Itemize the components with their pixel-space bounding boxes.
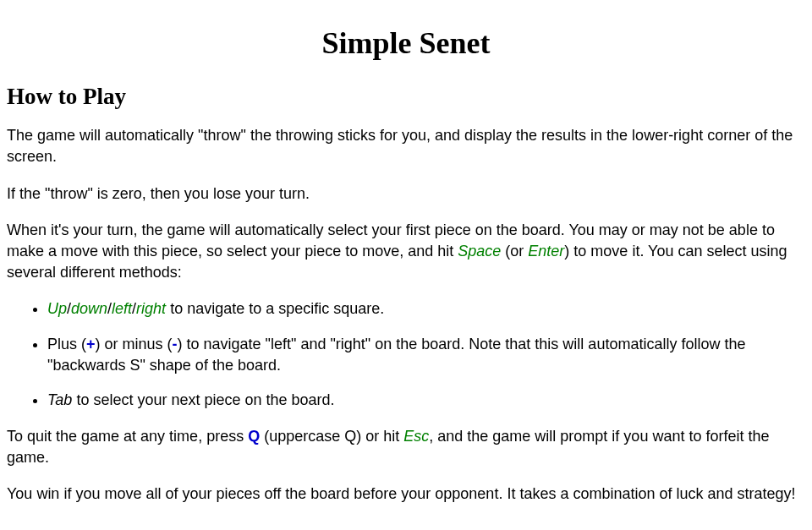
- text-run: (or: [501, 243, 528, 260]
- key-space: Space: [458, 243, 501, 260]
- key-right: right: [136, 300, 166, 317]
- paragraph-win: You win if you move all of your pieces o…: [7, 484, 805, 505]
- paragraph-quit: To quit the game at any time, press Q (u…: [7, 426, 805, 468]
- text-run: (uppercase Q) or hit: [260, 428, 403, 445]
- paragraph-throw-auto: The game will automatically "throw" the …: [7, 125, 805, 167]
- text-run: Plus (: [47, 336, 86, 352]
- page-title: Simple Senet: [7, 22, 805, 64]
- text-run: ) or minus (: [96, 336, 173, 352]
- controls-list: Up/down/left/right to navigate to a spec…: [7, 298, 805, 411]
- key-left: left: [112, 300, 132, 317]
- list-item-tab: Tab to select your next piece on the boa…: [47, 390, 805, 411]
- text-run: to navigate to a specific square.: [166, 300, 384, 317]
- list-item-plusminus: Plus (+) or minus (-) to navigate "left"…: [47, 334, 805, 376]
- list-item-arrows: Up/down/left/right to navigate to a spec…: [47, 298, 805, 320]
- key-esc: Esc: [403, 428, 429, 445]
- paragraph-select-move: When it's your turn, the game will autom…: [7, 220, 805, 284]
- how-to-play-heading: How to Play: [7, 81, 805, 113]
- key-plus: +: [86, 336, 96, 352]
- key-up: Up: [47, 300, 67, 317]
- key-down: down: [71, 300, 107, 317]
- text-run: to select your next piece on the board.: [72, 391, 334, 408]
- key-enter: Enter: [528, 243, 564, 260]
- text-run: To quit the game at any time, press: [7, 428, 248, 445]
- key-q: Q: [248, 428, 260, 445]
- key-tab: Tab: [47, 391, 72, 408]
- paragraph-throw-zero: If the "throw" is zero, then you lose yo…: [7, 183, 805, 205]
